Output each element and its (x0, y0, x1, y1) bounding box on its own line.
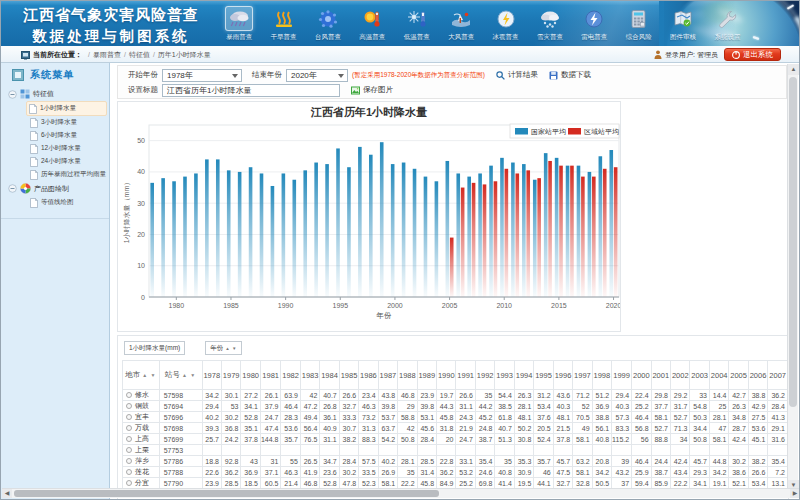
col-header-year[interactable]: 1982 (281, 361, 300, 390)
station-city-cell[interactable]: 莲花 (123, 467, 160, 478)
table-row[interactable]: 上栗57753 (123, 445, 788, 456)
col-header-year[interactable]: 1991 (456, 361, 475, 390)
data-download-button[interactable]: 数据下载 (549, 70, 591, 80)
col-header-year[interactable]: 2006 (748, 361, 767, 390)
col-header-year[interactable]: 1994 (514, 361, 533, 390)
station-city-cell[interactable]: 分宜 (123, 478, 160, 489)
horizontal-scrollbar[interactable]: ◀ ▶ (2, 488, 800, 498)
radio-icon[interactable] (126, 414, 132, 420)
col-header-year[interactable]: 2007 (768, 361, 788, 390)
logout-button[interactable]: 退出系统 (724, 48, 781, 61)
radio-icon[interactable] (126, 403, 132, 409)
table-row[interactable]: 分宜5779023.928.518.560.521.446.852.847.85… (123, 478, 788, 489)
col-header-year[interactable]: 1998 (592, 361, 611, 390)
radio-icon[interactable] (126, 469, 132, 475)
col-header-year[interactable]: 1993 (495, 361, 514, 390)
col-header-year[interactable]: 1995 (534, 361, 553, 390)
nav-item-snow[interactable]: 雪灾普查 (528, 4, 572, 44)
nav-item-high-temp[interactable]: 高温普查 (350, 4, 394, 44)
col-header-year[interactable]: 1992 (475, 361, 494, 390)
table-row[interactable]: 铜鼓5769429.45334.137.946.447.226.832.746.… (123, 401, 788, 412)
col-header-year[interactable]: 1980 (241, 361, 260, 390)
start-year-select[interactable]: 1978年 (162, 69, 242, 82)
horizontal-scroll-thumb[interactable] (14, 490, 439, 497)
col-header-year[interactable]: 1983 (300, 361, 319, 390)
col-header-year[interactable]: 2000 (632, 361, 651, 390)
save-image-button[interactable]: 保存图片 (351, 85, 393, 95)
tree-item-3小时降水量[interactable]: 3小时降水量 (28, 116, 107, 129)
radio-icon[interactable] (126, 392, 132, 398)
station-city-cell[interactable]: 萍乡 (123, 456, 160, 467)
col-header-year[interactable]: 2004 (709, 361, 728, 390)
breadcrumb-item[interactable]: 历年1小时降水量 (158, 51, 211, 58)
nav-item-map-review[interactable]: 图件审核 (661, 4, 705, 44)
table-row[interactable]: 莲花5778822.636.236.937.146.341.923.630.23… (123, 467, 788, 478)
col-header-year[interactable]: 1981 (260, 361, 281, 390)
col-header-year[interactable]: 1979 (221, 361, 240, 390)
sort-arrows-icon[interactable]: ▲ ▼ (142, 372, 156, 378)
station-city-cell[interactable]: 宜丰 (123, 412, 160, 423)
table-row[interactable]: 宜丰5769640.230.252.824.728.349.436.133.37… (123, 412, 788, 423)
table-row[interactable]: 万载5769839.336.835.147.453.656.440.930.73… (123, 423, 788, 434)
col-header-year[interactable]: 1996 (553, 361, 572, 390)
radio-icon[interactable] (126, 425, 132, 431)
end-year-select[interactable]: 2020年 (286, 69, 348, 82)
col-header-year[interactable]: 2003 (690, 361, 709, 390)
tree-item-历年暴雨过程平均雨量[interactable]: 历年暴雨过程平均雨量 (28, 168, 107, 181)
station-city-cell[interactable]: 上高 (123, 434, 160, 445)
col-header-year[interactable]: 1978 (202, 361, 221, 390)
table-row[interactable]: 萍乡5778618.892.843315526.534.728.457.540.… (123, 456, 788, 467)
col-header-year[interactable]: 1990 (437, 361, 456, 390)
collapse-icon[interactable] (8, 184, 17, 193)
nav-item-hail[interactable]: 冰雹普查 (483, 4, 527, 44)
tree-item-1小时降水量[interactable]: 1小时降水量 (26, 101, 107, 116)
breadcrumb-item[interactable]: 特征值 (129, 51, 150, 58)
scroll-up-icon[interactable]: ▲ (788, 64, 799, 75)
station-city-cell[interactable]: 万载 (123, 423, 160, 434)
nav-item-typhoon[interactable]: 台风普查 (306, 4, 350, 44)
chart-title-input[interactable]: 江西省历年1小时降水量 (162, 84, 340, 97)
col-header-year[interactable]: 1986 (359, 361, 378, 390)
col-header-year[interactable]: 1988 (398, 361, 417, 390)
col-header-year[interactable]: 2001 (651, 361, 670, 390)
station-city-cell[interactable]: 修水 (123, 390, 160, 401)
tree-group-0[interactable]: 特征值 (1, 87, 109, 101)
col-header-year[interactable]: 1999 (612, 361, 632, 390)
nav-item-drought[interactable]: 干旱普查 (261, 4, 305, 44)
col-header-year[interactable]: 1997 (573, 361, 592, 390)
nav-item-low-temp[interactable]: 低温普查 (395, 4, 439, 44)
col-header-year[interactable]: 1989 (417, 361, 436, 390)
table-row[interactable]: 修水5759834.230.127.226.163.94240.726.623.… (123, 390, 788, 401)
collapse-icon[interactable] (8, 90, 17, 99)
table-row[interactable]: 上高5769925.724.237.8144.835.776.531.138.2… (123, 434, 788, 445)
calc-result-button[interactable]: 计算结果 (496, 70, 538, 80)
radio-icon[interactable] (126, 447, 132, 453)
vertical-scrollbar[interactable]: ▲ ▼ (787, 64, 798, 491)
col-header-year[interactable]: 2005 (729, 361, 748, 390)
tree-item-等值线绘图[interactable]: 等值线绘图 (28, 196, 107, 209)
nav-item-gale[interactable]: 大风普查 (439, 4, 483, 44)
radio-icon[interactable] (126, 458, 132, 464)
tree-group-1[interactable]: 产品图绘制 (1, 181, 109, 196)
scroll-right-icon[interactable]: ▶ (790, 489, 800, 498)
col-header-year[interactable]: 1987 (378, 361, 397, 390)
col-header-year[interactable]: 1985 (339, 361, 358, 390)
col-header-year[interactable]: 2002 (671, 361, 690, 390)
scroll-left-icon[interactable]: ◀ (2, 489, 12, 498)
station-city-cell[interactable]: 上栗 (123, 445, 160, 456)
station-city-cell[interactable]: 铜鼓 (123, 401, 160, 412)
nav-item-calculator[interactable]: 综合风险 (617, 4, 661, 44)
radio-icon[interactable] (126, 480, 132, 486)
sort-chip[interactable]: 年份 ▲ ▼ (205, 341, 242, 355)
col-header-year[interactable]: 1984 (320, 361, 339, 390)
nav-item-lightning[interactable]: 雷电普查 (572, 4, 616, 44)
vertical-scroll-thumb[interactable] (789, 77, 797, 407)
col-header-city[interactable]: 地市 ▲ ▼ (123, 361, 160, 390)
unit-chip[interactable]: 1小时降水量(mm) (124, 341, 185, 355)
radio-icon[interactable] (126, 436, 132, 442)
sort-arrows-icon[interactable]: ▲ ▼ (182, 372, 196, 378)
tree-item-12小时降水量[interactable]: 12小时降水量 (28, 142, 107, 155)
nav-item-settings[interactable]: 系统设置 (705, 4, 749, 44)
nav-item-rainstorm[interactable]: 暴雨普查 (217, 4, 261, 44)
col-header-station[interactable]: 站号 ▲ ▼ (159, 361, 202, 390)
